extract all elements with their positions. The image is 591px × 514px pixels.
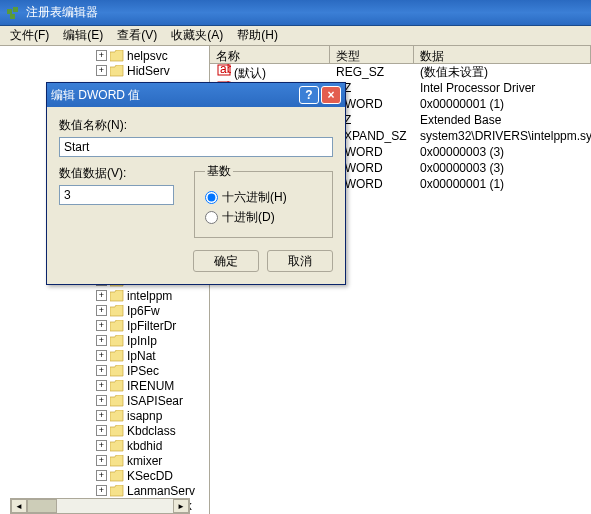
app-icon [6, 5, 22, 21]
ok-button[interactable]: 确定 [193, 250, 259, 272]
tree-item-label: intelppm [127, 289, 172, 303]
value-data: 0x00000001 (1) [414, 177, 591, 191]
value-type: REG_SZ [330, 65, 414, 79]
tree-item[interactable]: +IPSec [12, 363, 209, 378]
tree-item-label: helpsvc [127, 49, 168, 63]
cancel-button[interactable]: 取消 [267, 250, 333, 272]
col-header-type[interactable]: 类型 [330, 46, 414, 63]
dialog-close-button[interactable]: × [321, 86, 341, 104]
expander-icon[interactable]: + [96, 350, 107, 361]
name-input[interactable] [59, 137, 333, 157]
folder-icon [110, 50, 124, 62]
scroll-right-button[interactable]: ► [173, 499, 189, 513]
scroll-track[interactable] [27, 499, 173, 513]
expander-icon[interactable]: + [96, 410, 107, 421]
tree-item[interactable]: +LanmanServ [12, 483, 209, 498]
data-input[interactable] [59, 185, 174, 205]
radio-hex-row[interactable]: 十六进制(H) [205, 189, 322, 206]
scroll-left-button[interactable]: ◄ [11, 499, 27, 513]
folder-icon [110, 410, 124, 422]
dialog-title: 编辑 DWORD 值 [51, 87, 140, 104]
menu-file[interactable]: 文件(F) [4, 25, 55, 46]
expander-icon[interactable]: + [96, 455, 107, 466]
tree-item[interactable]: +intelppm [12, 288, 209, 303]
radio-hex[interactable] [205, 191, 218, 204]
tree-item[interactable]: +ISAPISear [12, 393, 209, 408]
expander-icon[interactable]: + [96, 425, 107, 436]
tree-item[interactable]: +kbdhid [12, 438, 209, 453]
expander-icon[interactable]: + [96, 50, 107, 61]
expander-icon[interactable]: + [96, 320, 107, 331]
tree-item[interactable]: +IpFilterDr [12, 318, 209, 333]
dialog-help-button[interactable]: ? [299, 86, 319, 104]
scroll-thumb[interactable] [27, 499, 57, 513]
folder-icon [110, 485, 124, 497]
tree-item-label: isapnp [127, 409, 162, 423]
tree-item-label: IPSec [127, 364, 159, 378]
tree-item[interactable]: +Kbdclass [12, 423, 209, 438]
tree-item-label: IRENUM [127, 379, 174, 393]
menu-help[interactable]: 帮助(H) [231, 25, 284, 46]
base-legend: 基数 [205, 163, 233, 180]
titlebar: 注册表编辑器 [0, 0, 591, 26]
tree-item-label: KSecDD [127, 469, 173, 483]
expander-icon[interactable]: + [96, 440, 107, 451]
tree-item[interactable]: +IpInIp [12, 333, 209, 348]
expander-icon[interactable]: + [96, 380, 107, 391]
expander-icon[interactable]: + [96, 365, 107, 376]
menu-edit[interactable]: 编辑(E) [57, 25, 109, 46]
expander-icon[interactable]: + [96, 305, 107, 316]
value-data: 0x00000003 (3) [414, 145, 591, 159]
svg-rect-2 [10, 14, 15, 19]
list-header: 名称 类型 数据 [210, 46, 591, 64]
tree-item-label: Kbdclass [127, 424, 176, 438]
folder-icon [110, 470, 124, 482]
value-data: system32\DRIVERS\intelppm.sys [414, 129, 591, 143]
tree-hscrollbar[interactable]: ◄ ► [10, 498, 190, 514]
dialog-titlebar[interactable]: 编辑 DWORD 值 ? × [47, 83, 345, 107]
value-icon: ab [216, 63, 232, 77]
folder-icon [110, 395, 124, 407]
tree-item[interactable]: +KSecDD [12, 468, 209, 483]
expander-icon[interactable]: + [96, 335, 107, 346]
value-name: (默认) [234, 66, 266, 80]
name-label: 数值名称(N): [59, 117, 333, 134]
svg-rect-0 [7, 9, 12, 14]
window-title: 注册表编辑器 [26, 4, 98, 21]
value-data: Intel Processor Driver [414, 81, 591, 95]
tree-item[interactable]: +kmixer [12, 453, 209, 468]
folder-icon [110, 380, 124, 392]
tree-item[interactable]: +IpNat [12, 348, 209, 363]
expander-icon[interactable]: + [96, 485, 107, 496]
expander-icon[interactable]: + [96, 290, 107, 301]
tree-item-label: kmixer [127, 454, 162, 468]
folder-icon [110, 320, 124, 332]
radio-dec-row[interactable]: 十进制(D) [205, 209, 322, 226]
tree-item-label: ISAPISear [127, 394, 183, 408]
expander-icon[interactable]: + [96, 395, 107, 406]
col-header-data[interactable]: 数据 [414, 46, 591, 63]
radio-hex-label: 十六进制(H) [222, 189, 287, 206]
folder-icon [110, 305, 124, 317]
tree-item-label: LanmanServ [127, 484, 195, 498]
folder-icon [110, 455, 124, 467]
list-row[interactable]: ab(默认)REG_SZ(数值未设置) [210, 64, 591, 80]
tree-item[interactable]: +IRENUM [12, 378, 209, 393]
tree-item[interactable]: +isapnp [12, 408, 209, 423]
tree-item[interactable]: +Ip6Fw [12, 303, 209, 318]
expander-icon[interactable]: + [96, 470, 107, 481]
tree-item[interactable]: +helpsvc [12, 48, 209, 63]
tree-item-label: kbdhid [127, 439, 162, 453]
data-label: 数值数据(V): [59, 165, 174, 182]
tree-item-label: IpInIp [127, 334, 157, 348]
menubar: 文件(F) 编辑(E) 查看(V) 收藏夹(A) 帮助(H) [0, 26, 591, 46]
tree-item[interactable]: +HidServ [12, 63, 209, 78]
menu-fav[interactable]: 收藏夹(A) [165, 25, 229, 46]
value-data: Extended Base [414, 113, 591, 127]
radio-dec[interactable] [205, 211, 218, 224]
folder-icon [110, 365, 124, 377]
expander-icon[interactable]: + [96, 65, 107, 76]
col-header-name[interactable]: 名称 [210, 46, 330, 63]
menu-view[interactable]: 查看(V) [111, 25, 163, 46]
tree-item-label: IpFilterDr [127, 319, 176, 333]
